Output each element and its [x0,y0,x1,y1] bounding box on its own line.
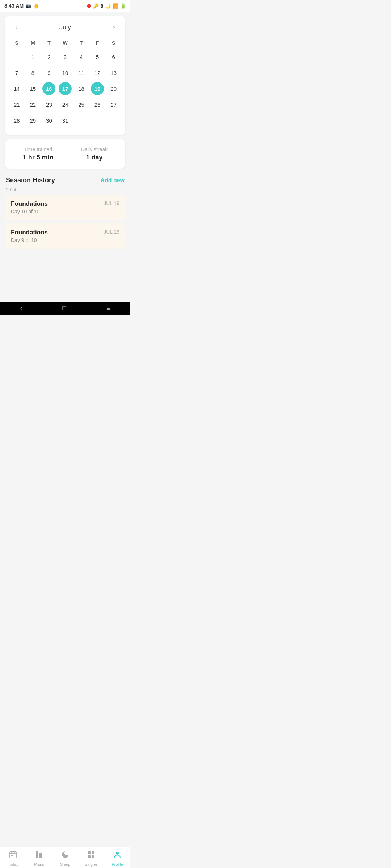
calendar-day-2-0[interactable]: 14 [10,82,23,95]
prev-month-button[interactable]: ‹ [12,22,21,33]
calendar-day-4-5 [91,114,104,127]
dow-1: M [25,39,41,47]
calendar-day-3-1[interactable]: 22 [26,98,39,111]
calendar-day-4-0[interactable]: 28 [10,114,23,127]
calendar-card: ‹ July › S M T W T F S 12345678910111213… [5,16,125,135]
calendar-day-1-3[interactable]: 10 [59,66,72,79]
wifi-icon: 📶 [113,3,118,9]
sessions-list: Foundations Day 10 of 10 JUL 19 Foundati… [0,195,130,249]
key-icon: 🔑 [93,3,99,9]
year-label: 2024 [0,186,130,195]
bluetooth-icon: ₿ [101,3,103,9]
calendar-day-3-5[interactable]: 26 [91,98,104,111]
calendar-day-4-2[interactable]: 30 [42,114,55,127]
calendar-day-0-0 [10,50,23,63]
hand-icon: 🤚 [33,3,39,9]
dow-0: S [9,39,25,47]
add-new-button[interactable]: Add new [100,177,125,184]
calendar-day-4-3[interactable]: 31 [59,114,72,127]
calendar-day-0-2[interactable]: 2 [42,50,55,63]
calendar-day-1-1[interactable]: 8 [26,66,39,79]
session-history-title: Session History [6,176,55,184]
dow-3: W [57,39,73,47]
calendar-weeks: 1234567891011121314151617181920212223242… [9,50,122,128]
stat-daily-streak: Daily streak 1 day [81,146,108,161]
calendar-day-0-6[interactable]: 6 [107,50,120,63]
calendar-dow-row: S M T W T F S [9,39,122,47]
calendar-month-title: July [59,24,71,31]
calendar-week-4: 28293031 [9,113,122,128]
dow-2: T [41,39,57,47]
session-date-1: JUL 19 [104,229,119,235]
android-menu-button[interactable]: ≡ [106,305,110,312]
calendar-day-3-2[interactable]: 23 [42,98,55,111]
calendar-week-3: 21222324252627 [9,97,122,112]
dow-5: F [89,39,106,47]
calendar-day-2-1[interactable]: 15 [26,82,39,95]
calendar-day-1-5[interactable]: 12 [91,66,104,79]
calendar-day-0-3[interactable]: 3 [59,50,72,63]
calendar-header: ‹ July › [9,22,122,33]
android-nav-bar: ‹ □ ≡ [0,302,130,315]
next-month-button[interactable]: › [110,22,118,33]
moon-icon: 🌙 [105,3,111,9]
calendar-day-3-3[interactable]: 24 [59,98,72,111]
dow-4: T [73,39,89,47]
android-home-button[interactable]: □ [62,305,66,312]
session-info-0: Foundations Day 10 of 10 [11,200,48,214]
session-history-header: Session History Add new [0,173,130,186]
calendar-day-4-1[interactable]: 29 [26,114,39,127]
calendar-day-1-2[interactable]: 9 [42,66,55,79]
status-bar-right: ⏺ 🔑 ₿ 🌙 📶 🔋 [86,3,126,9]
calendar-week-2: 14151617181920 [9,81,122,96]
session-date-0: JUL 19 [104,200,119,206]
page-content: ‹ July › S M T W T F S 12345678910111213… [0,16,130,277]
session-card-1[interactable]: Foundations Day 9 of 10 JUL 19 [5,223,125,249]
stat-time-label: Time trained [23,146,54,152]
session-name-1: Foundations [11,229,48,236]
android-back-button[interactable]: ‹ [20,305,22,312]
session-sub-1: Day 9 of 10 [11,237,48,243]
calendar-day-4-4 [75,114,88,127]
calendar-day-4-6 [107,114,120,127]
calendar-day-2-2[interactable]: 16 [42,82,55,95]
stat-streak-label: Daily streak [81,146,108,152]
calendar-day-2-4[interactable]: 18 [75,82,88,95]
session-info-1: Foundations Day 9 of 10 [11,229,48,243]
calendar-day-0-4[interactable]: 4 [75,50,88,63]
stat-divider [67,146,67,161]
stat-time-trained: Time trained 1 hr 5 min [23,146,54,161]
stat-streak-value: 1 day [81,154,108,161]
status-bar: 8:43 AM 📷 🤚 ⏺ 🔑 ₿ 🌙 📶 🔋 [0,0,130,12]
dow-6: S [105,39,122,47]
calendar-day-2-6[interactable]: 20 [107,82,120,95]
status-bar-left: 8:43 AM 📷 🤚 [4,3,39,9]
calendar-day-0-5[interactable]: 5 [91,50,104,63]
record-icon: ⏺ [86,3,91,9]
calendar-day-3-6[interactable]: 27 [107,98,120,111]
calendar-day-2-3[interactable]: 17 [59,82,72,95]
calendar-day-1-0[interactable]: 7 [10,66,23,79]
calendar-day-1-6[interactable]: 13 [107,66,120,79]
calendar-week-1: 78910111213 [9,65,122,80]
stats-card: Time trained 1 hr 5 min Daily streak 1 d… [5,139,125,169]
stat-time-value: 1 hr 5 min [23,154,54,161]
session-name-0: Foundations [11,200,48,208]
calendar-day-0-1[interactable]: 1 [26,50,39,63]
session-card-0[interactable]: Foundations Day 10 of 10 JUL 19 [5,195,125,220]
calendar-day-3-4[interactable]: 25 [75,98,88,111]
calendar-week-0: 123456 [9,50,122,64]
battery-icon: 🔋 [120,3,126,9]
calendar-grid: S M T W T F S 12345678910111213141516171… [9,39,122,128]
calendar-day-2-5[interactable]: 19 [91,82,104,95]
status-time: 8:43 AM [4,3,24,9]
calendar-day-1-4[interactable]: 11 [75,66,88,79]
camera-icon: 📷 [26,3,31,8]
calendar-day-3-0[interactable]: 21 [10,98,23,111]
session-sub-0: Day 10 of 10 [11,209,48,214]
